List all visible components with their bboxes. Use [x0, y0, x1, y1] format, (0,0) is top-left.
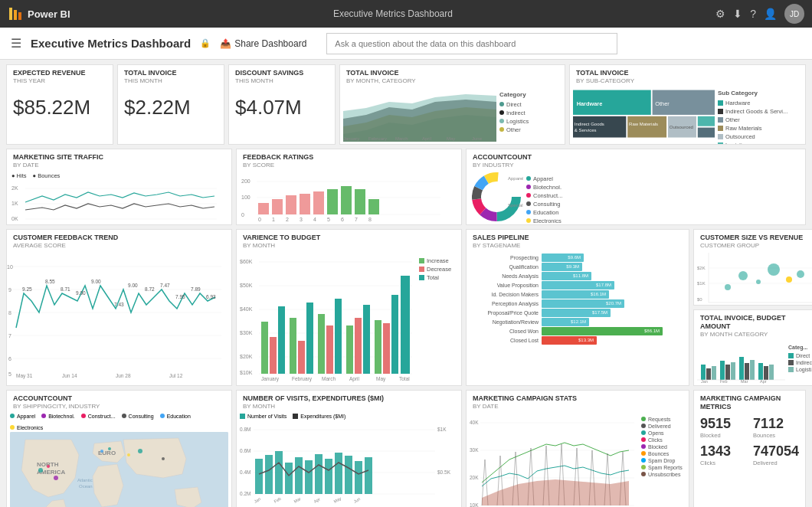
pipeline-row-decision: Id. Decision Makers $16.1M	[470, 290, 686, 299]
svg-text:April: April	[422, 136, 431, 141]
pipeline-row-needs: Needs Analysis $11.8M	[470, 272, 686, 280]
pipeline-row-prospecting: Prospecting $9.6M	[470, 254, 686, 262]
campaign-stats-title: Marketing Campaign Stats	[467, 391, 689, 403]
search-input[interactable]	[326, 33, 617, 54]
svg-text:$30K: $30K	[240, 330, 253, 335]
svg-point-170	[100, 450, 103, 453]
svg-text:7.95: 7.95	[175, 294, 185, 299]
svg-text:January: January	[261, 376, 280, 382]
svg-text:$0: $0	[697, 297, 702, 302]
svg-text:February: February	[368, 136, 387, 141]
svg-text:February: February	[292, 376, 313, 382]
svg-rect-191	[315, 454, 323, 494]
card-total-invoice-category: Total Invoice BY MONTH, CATEGORY January…	[339, 64, 565, 145]
card-visits-expenditures: Number of Visits, Expenditures ($MI) BY …	[236, 390, 462, 507]
svg-rect-25	[698, 127, 715, 137]
svg-point-140	[786, 276, 792, 283]
card-discount-savings-subtitle: THIS MONTH	[229, 77, 335, 87]
card-feedback-ratings: Feedback Ratings BY SCORE 200 100 0	[236, 149, 462, 225]
card-customer-feedback: Customer Feedback Trend AVERAGE SCORE 10…	[6, 229, 232, 386]
svg-rect-113	[318, 314, 325, 374]
svg-text:Hardware: Hardware	[577, 100, 603, 107]
svg-rect-153	[758, 363, 763, 380]
svg-point-136	[725, 284, 731, 290]
svg-text:Raw Materials: Raw Materials	[629, 122, 658, 126]
tib-title: Total Invoice, Budget Amount	[694, 310, 812, 331]
svg-text:April: April	[349, 376, 360, 382]
hamburger-icon[interactable]: ☰	[11, 36, 21, 51]
svg-text:$50K: $50K	[240, 283, 253, 288]
svg-point-141	[797, 270, 804, 278]
svg-text:average length of stay: average length of stay	[758, 305, 804, 306]
svg-text:Ocean: Ocean	[79, 484, 93, 489]
svg-text:Jun 28: Jun 28	[116, 373, 131, 378]
settings-icon[interactable]: ⚙	[715, 8, 725, 20]
help-icon[interactable]: ?	[750, 8, 756, 20]
svg-rect-152	[750, 360, 755, 380]
svg-rect-110	[290, 318, 296, 374]
svg-rect-187	[275, 451, 283, 494]
svg-text:9.25: 9.25	[22, 286, 32, 292]
svg-rect-146	[712, 366, 716, 380]
subcategory-legend: Sub Category Hardware Indirect Goods & S…	[718, 88, 802, 143]
svg-text:9.00: 9.00	[128, 283, 138, 288]
svg-text:May: May	[333, 496, 342, 504]
card-variance-budget: Varience to Budget BY MONTH $60K $50K $4…	[236, 229, 462, 386]
svg-text:8: 8	[368, 217, 372, 222]
avatar[interactable]: JD	[784, 4, 804, 24]
svg-rect-44	[300, 194, 310, 214]
card-total-invoice-category-title: Total Invoice	[340, 65, 565, 77]
svg-rect-147	[720, 361, 725, 380]
card-total-invoice-month-subtitle: THIS MONTH	[118, 77, 224, 87]
svg-rect-43	[286, 195, 296, 214]
pipeline-row-negotiation: Negotiation/Review $12.1M	[470, 318, 686, 326]
svg-text:200: 200	[241, 178, 250, 184]
svg-text:May: May	[447, 136, 455, 141]
svg-rect-192	[325, 459, 332, 494]
svg-point-174	[162, 457, 165, 460]
svg-rect-108	[270, 337, 277, 374]
svg-point-137	[738, 271, 748, 280]
power-bi-logo-icon	[8, 6, 23, 21]
share-button[interactable]: 📤 Share Dashboard	[220, 38, 306, 49]
svg-text:3: 3	[300, 217, 303, 222]
svg-rect-118	[363, 305, 370, 374]
svg-rect-111	[298, 341, 305, 374]
svg-rect-117	[355, 318, 362, 374]
card-account-map: AccountCount BY SHIPPINGCITY, INDUSTRY A…	[6, 390, 232, 507]
svg-rect-122	[401, 276, 410, 374]
campaign-stats-subtitle: BY DATE	[467, 403, 689, 412]
svg-text:7.47: 7.47	[160, 283, 170, 288]
svg-rect-190	[305, 460, 313, 494]
svg-rect-196	[365, 457, 372, 494]
budget-legend: Increase Decrease Total	[419, 253, 451, 383]
donut-chart: Apparel Specialty	[470, 172, 523, 222]
svg-text:5: 5	[8, 371, 11, 377]
svg-text:Apr: Apr	[313, 496, 322, 504]
account-icon[interactable]: 👤	[764, 8, 777, 20]
svg-text:May 31: May 31	[16, 373, 33, 379]
svg-text:8.71: 8.71	[61, 286, 70, 292]
account-map-title: AccountCount	[7, 391, 231, 403]
share-icon: 📤	[220, 38, 231, 49]
row-2: Marketing Site Traffic BY DATE ● Hits ● …	[6, 149, 806, 225]
svg-text:& Services: & Services	[575, 128, 597, 132]
svg-rect-49	[368, 199, 379, 214]
svg-text:Specialty: Specialty	[508, 203, 523, 208]
download-icon[interactable]: ⬇	[733, 8, 742, 20]
window-title: Executive Metrics Dashboard	[70, 8, 716, 19]
svg-text:Apparel: Apparel	[508, 176, 523, 181]
map-area: NORTH AMERICA EURO At	[10, 432, 228, 507]
area-chart-invoice: January February March April May June	[343, 88, 496, 142]
svg-text:1K: 1K	[11, 201, 18, 206]
svg-rect-151	[745, 363, 749, 380]
card-campaign-stats: Marketing Campaign Stats BY DATE 40K 30K…	[466, 390, 689, 507]
pipeline-row-perception: Perception Analysis $20.7M	[470, 299, 686, 308]
svg-text:0.2M: 0.2M	[240, 491, 250, 496]
svg-rect-154	[764, 366, 768, 380]
card-expected-revenue: Expected Revenue THIS YEAR $85.22M	[6, 64, 113, 145]
card-expected-revenue-title: Expected Revenue	[7, 65, 113, 77]
svg-text:6.93: 6.93	[206, 294, 216, 299]
svg-text:January: January	[343, 136, 359, 141]
svg-text:June: June	[472, 136, 483, 141]
